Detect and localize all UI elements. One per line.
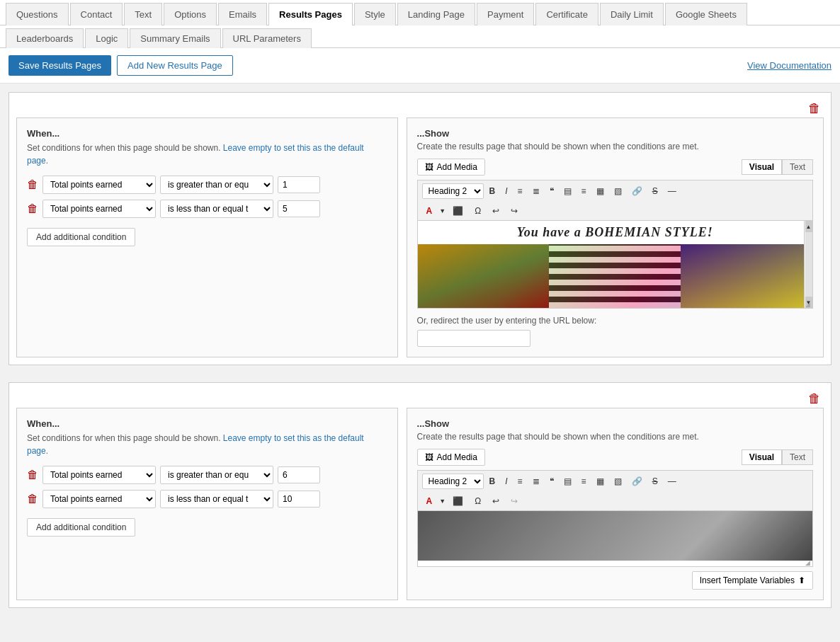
card1-condition2-operator[interactable]: is less than or equal t is greater than … xyxy=(160,200,273,218)
card2-heading-select[interactable]: Heading 2 Paragraph xyxy=(422,474,484,489)
card1-color-arrow: ▼ xyxy=(439,207,445,214)
card2-condition2-value[interactable] xyxy=(278,491,320,508)
card2-align-justify-btn[interactable]: ▧ xyxy=(610,474,626,488)
card1-align-center-btn[interactable]: ≡ xyxy=(577,184,591,198)
card1-condition1-field[interactable]: Total points earned Score Percentage xyxy=(42,176,156,194)
card1-add-condition-button[interactable]: Add additional condition xyxy=(27,228,135,246)
add-new-results-button[interactable]: Add New Results Page xyxy=(117,55,233,76)
card2-insert-template-button[interactable]: Insert Template Variables ⬆ xyxy=(692,571,813,590)
card1-blockquote-btn[interactable]: ❝ xyxy=(545,184,558,198)
save-results-button[interactable]: Save Results Pages xyxy=(8,55,111,76)
card1-text-color-btn[interactable]: A xyxy=(422,204,437,218)
card1-condition2-delete[interactable]: 🗑 xyxy=(27,202,38,215)
primary-nav: Questions Contact Text Options Emails Re… xyxy=(0,0,840,25)
card2-custom-char-btn[interactable]: ⬛ xyxy=(448,494,467,508)
card2-blockquote-btn[interactable]: ❝ xyxy=(545,474,558,488)
card1-condition2-value[interactable] xyxy=(278,200,320,217)
card2-ul-btn[interactable]: ≡ xyxy=(513,474,527,488)
tab-text[interactable]: Text xyxy=(124,3,162,25)
tab-daily-limit[interactable]: Daily Limit xyxy=(600,3,664,25)
card2-condition2-field[interactable]: Total points earned Score xyxy=(42,490,156,508)
card1-align-left-btn[interactable]: ▤ xyxy=(560,184,576,198)
card2-condition2-delete[interactable]: 🗑 xyxy=(27,493,38,505)
card2-text-tab[interactable]: Text xyxy=(782,449,813,465)
card2-text-color-btn[interactable]: A xyxy=(422,494,437,508)
card2-add-media-button[interactable]: 🖼 Add Media xyxy=(417,449,485,466)
card2-color-arrow: ▼ xyxy=(439,498,445,505)
card2-ol-btn[interactable]: ≣ xyxy=(528,474,544,488)
card2-italic-btn[interactable]: I xyxy=(501,474,511,488)
tab-options[interactable]: Options xyxy=(164,3,217,25)
card2-condition1-value[interactable] xyxy=(278,466,320,483)
card2-insert-template-bar: Insert Template Variables ⬆ xyxy=(417,571,813,590)
card1-special-char-btn[interactable]: Ω xyxy=(470,204,485,218)
card2-visual-text-tabs: Visual Text xyxy=(742,449,813,465)
tab-logic[interactable]: Logic xyxy=(85,28,128,48)
card2-insert-template-label: Insert Template Variables xyxy=(700,575,795,585)
card1-when-desc-text: Set conditions for when this page should… xyxy=(27,143,223,153)
card1-custom-char-btn[interactable]: ⬛ xyxy=(448,204,467,218)
tab-certificate[interactable]: Certificate xyxy=(535,3,598,25)
card2-special-char-btn[interactable]: Ω xyxy=(470,494,485,508)
card1-bold-btn[interactable]: B xyxy=(485,184,500,198)
card1-redo-btn[interactable]: ↪ xyxy=(506,204,522,218)
card2-align-right-btn[interactable]: ▦ xyxy=(592,474,608,488)
card2-align-left-btn[interactable]: ▤ xyxy=(560,474,576,488)
tab-leaderboards[interactable]: Leaderboards xyxy=(6,28,84,48)
tab-style[interactable]: Style xyxy=(354,3,396,25)
card1-visual-tab[interactable]: Visual xyxy=(742,159,782,175)
card1-delete-icon[interactable]: 🗑 xyxy=(808,101,821,116)
view-docs-link[interactable]: View Documentation xyxy=(747,60,832,71)
card1-scrollbar[interactable]: ▲ ▼ xyxy=(804,221,812,308)
card2-editor-image xyxy=(418,511,812,561)
card2-undo-btn[interactable]: ↩ xyxy=(488,494,504,508)
card1-scroll-up[interactable]: ▲ xyxy=(805,221,812,232)
tab-google-sheets[interactable]: Google Sheets xyxy=(665,3,747,25)
card1-undo-btn[interactable]: ↩ xyxy=(488,204,504,218)
card2-condition1-delete[interactable]: 🗑 xyxy=(27,469,38,481)
card2-delete-icon[interactable]: 🗑 xyxy=(808,391,821,406)
card1-when-title: When... xyxy=(27,128,387,139)
results-card-1: 🗑 When... Set conditions for when this p… xyxy=(8,92,832,365)
card1-add-media-button[interactable]: 🖼 Add Media xyxy=(417,159,485,176)
tab-landing-page[interactable]: Landing Page xyxy=(397,3,475,25)
tab-summary-emails[interactable]: Summary Emails xyxy=(130,28,220,48)
tab-payment[interactable]: Payment xyxy=(477,3,534,25)
card2-resize-handle[interactable]: ◢ xyxy=(805,559,812,566)
card2-redo-btn[interactable]: ↪ xyxy=(506,494,522,508)
card2-condition1-field[interactable]: Total points earned Score xyxy=(42,466,156,484)
tab-results-pages[interactable]: Results Pages xyxy=(268,3,353,25)
card2-align-center-btn[interactable]: ≡ xyxy=(577,474,591,488)
card1-hr-btn[interactable]: — xyxy=(664,184,681,198)
tab-contact[interactable]: Contact xyxy=(70,3,123,25)
tab-url-parameters[interactable]: URL Parameters xyxy=(222,28,312,48)
card1-italic-btn[interactable]: I xyxy=(501,184,511,198)
card2-when-desc: Set conditions for when this page should… xyxy=(27,432,387,457)
card1-heading-select[interactable]: Heading 2 Paragraph Heading 1 Heading 3 xyxy=(422,183,484,199)
card1-condition1-operator[interactable]: is greater than or equ is less than or e… xyxy=(160,176,273,194)
card2-bold-btn[interactable]: B xyxy=(485,474,500,488)
tab-questions[interactable]: Questions xyxy=(6,3,69,25)
secondary-nav: Leaderboards Logic Summary Emails URL Pa… xyxy=(0,25,840,48)
card1-condition1-delete[interactable]: 🗑 xyxy=(27,178,38,191)
card1-resize-handle[interactable]: ◢ xyxy=(805,301,812,308)
card2-link-btn[interactable]: 🔗 xyxy=(628,474,647,488)
card2-hr-btn[interactable]: — xyxy=(664,474,681,488)
card1-ul-btn[interactable]: ≡ xyxy=(513,184,527,198)
card1-ol-btn[interactable]: ≣ xyxy=(528,184,544,198)
card2-add-condition-button[interactable]: Add additional condition xyxy=(27,518,135,537)
card1-link-btn[interactable]: 🔗 xyxy=(628,184,647,198)
card1-align-right-btn[interactable]: ▦ xyxy=(592,184,608,198)
card1-condition1-value[interactable] xyxy=(278,176,320,193)
card1-strikethrough-btn[interactable]: S xyxy=(648,184,662,198)
card2-condition2-operator[interactable]: is less than or equal t is greater than … xyxy=(160,490,273,508)
card2-visual-tab[interactable]: Visual xyxy=(742,449,782,465)
card2-strikethrough-btn[interactable]: S xyxy=(648,474,662,488)
tab-emails[interactable]: Emails xyxy=(218,3,267,25)
card1-text-tab[interactable]: Text xyxy=(782,159,813,175)
card2-condition1-operator[interactable]: is greater than or equ is less than or e… xyxy=(160,466,273,484)
card1-redirect-input[interactable] xyxy=(417,330,530,347)
card1-align-justify-btn[interactable]: ▧ xyxy=(610,184,626,198)
card1-show-title: ...Show xyxy=(417,128,813,139)
card1-condition2-field[interactable]: Total points earned Score xyxy=(42,200,156,218)
